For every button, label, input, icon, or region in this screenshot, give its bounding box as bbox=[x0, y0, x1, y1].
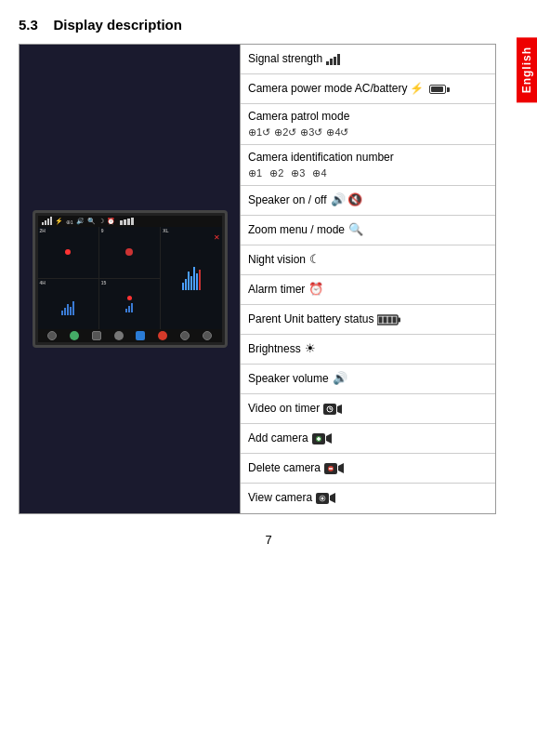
svg-point-27 bbox=[321, 497, 324, 500]
svg-marker-11 bbox=[337, 405, 342, 414]
view-camera-label: View camera bbox=[248, 491, 312, 506]
alarm-icon: ⏰ bbox=[308, 282, 323, 298]
add-camera-icon bbox=[312, 431, 333, 446]
zoom-status-icon: 🔍 bbox=[87, 218, 96, 225]
camera-cell-2: 9 bbox=[99, 227, 160, 278]
svg-rect-0 bbox=[326, 61, 329, 65]
svg-marker-16 bbox=[326, 433, 332, 444]
row-alarm-timer: Alarm timer ⏰ bbox=[241, 275, 495, 305]
brightness-icon: ☀ bbox=[305, 341, 316, 357]
battery-bars-icon bbox=[120, 218, 134, 225]
camera-cell-4: 4H bbox=[38, 279, 98, 330]
monitor-outer: ⚡ ⊕1 🔊 🔍 ☽ ⏰ bbox=[33, 210, 228, 348]
moon-icon: ☾ bbox=[309, 252, 321, 268]
id-icon-3: ⊕3 bbox=[291, 166, 305, 179]
row-battery-status: Parent Unit battery status bbox=[241, 305, 495, 335]
english-tab: English bbox=[517, 37, 537, 102]
speaker-volume-label: Speaker volume bbox=[248, 372, 329, 387]
svg-rect-2 bbox=[334, 57, 336, 65]
ctrl-btn-4 bbox=[114, 331, 124, 340]
ctrl-btn-5 bbox=[136, 331, 145, 340]
patrol-icon-1: ⊕1↺ bbox=[248, 126, 270, 139]
battery-status-label: Parent Unit battery status bbox=[248, 312, 373, 327]
speaker-on-icon: 🔊 bbox=[331, 192, 346, 208]
svg-marker-21 bbox=[338, 463, 344, 473]
monitor-bottom-controls bbox=[38, 329, 222, 342]
camera-cell-1: 2H bbox=[38, 227, 98, 278]
camera-id-label: Camera identification number bbox=[248, 151, 394, 166]
row-camera-power: Camera power mode AC/battery ⚡ bbox=[241, 74, 495, 104]
patrol-icon-3: ⊕3↺ bbox=[300, 126, 322, 139]
row-signal-strength: Signal strength bbox=[241, 45, 495, 74]
description-panel: Signal strength Camera power mode AC/bat… bbox=[241, 45, 495, 513]
page-number: 7 bbox=[19, 533, 518, 547]
id-icons-row: ⊕1 ⊕2 ⊕3 ⊕4 bbox=[248, 166, 394, 179]
row-night-vision: Night vision ☾ bbox=[241, 245, 495, 275]
row-camera-id: Camera identification number ⊕1 ⊕2 ⊕3 ⊕4 bbox=[241, 145, 495, 186]
svg-rect-7 bbox=[384, 316, 387, 323]
signal-icon bbox=[42, 218, 52, 225]
large-cam-bars bbox=[182, 267, 201, 290]
patrol-icon-2: ⊕2↺ bbox=[274, 126, 296, 139]
video-timer-label: Video on timer bbox=[248, 402, 320, 417]
alarm-timer-label: Alarm timer bbox=[248, 283, 305, 298]
row-speaker-volume: Speaker volume 🔊 bbox=[241, 365, 495, 394]
patrol-icons-row: ⊕1↺ ⊕2↺ ⊕3↺ ⊕4↺ bbox=[248, 126, 349, 139]
camera-power-label: Camera power mode AC/battery bbox=[248, 82, 407, 97]
cam-bars-4 bbox=[61, 292, 74, 315]
cell5-content bbox=[125, 296, 133, 312]
svg-rect-3 bbox=[337, 54, 340, 65]
zoom-icon: 🔍 bbox=[348, 222, 363, 238]
red-dot-5 bbox=[127, 296, 132, 300]
id-icon-2: ⊕2 bbox=[269, 166, 283, 179]
add-camera-label: Add camera bbox=[248, 431, 308, 446]
power-plug-icon: ⚡ bbox=[55, 218, 63, 225]
volume-icon: 🔊 bbox=[333, 371, 347, 387]
battery-full-icon bbox=[377, 314, 401, 325]
delete-camera-label: Delete camera bbox=[248, 461, 321, 476]
red-indicator-1 bbox=[65, 249, 71, 255]
signal-bars-icon bbox=[326, 54, 343, 65]
speaker-off-icon: 🔇 bbox=[347, 192, 362, 208]
brightness-label: Brightness bbox=[248, 342, 301, 357]
ctrl-btn-3 bbox=[92, 331, 101, 340]
alarm-status-icon: ⏰ bbox=[107, 218, 115, 225]
camera-grid: 2H 9 XL bbox=[38, 227, 222, 329]
row-camera-patrol: Camera patrol mode ⊕1↺ ⊕2↺ ⊕3↺ ⊕4↺ bbox=[241, 104, 495, 145]
plug-icon: ⚡ bbox=[410, 82, 424, 97]
zoom-label: Zoom menu / mode bbox=[248, 223, 345, 238]
row-zoom: Zoom menu / mode 🔍 bbox=[241, 216, 495, 245]
camera-patrol-label: Camera patrol mode bbox=[248, 110, 349, 125]
battery-icon-inline bbox=[427, 85, 446, 94]
red-indicator-2 bbox=[125, 248, 133, 256]
svg-rect-9 bbox=[393, 316, 397, 323]
row-brightness: Brightness ☀ bbox=[241, 335, 495, 365]
section-heading: Display description bbox=[54, 17, 182, 33]
view-camera-icon bbox=[316, 491, 336, 506]
row-speaker-onoff: Speaker on / off 🔊 🔇 bbox=[241, 186, 495, 216]
cam-num-icon: ⊕1 bbox=[66, 219, 73, 225]
svg-rect-5 bbox=[398, 317, 400, 322]
x-indicator: ✕ bbox=[214, 229, 220, 243]
ctrl-btn-6 bbox=[158, 331, 167, 340]
camera-cell-5: 15 bbox=[99, 279, 160, 330]
row-delete-camera: Delete camera bbox=[241, 454, 495, 484]
patrol-icon-4: ⊕4↺ bbox=[326, 126, 348, 139]
section-title: 5.3 Display description bbox=[19, 17, 518, 33]
ctrl-btn-7 bbox=[180, 331, 190, 340]
svg-rect-6 bbox=[379, 316, 383, 323]
svg-rect-1 bbox=[330, 59, 333, 65]
svg-rect-8 bbox=[388, 316, 392, 323]
night-vision-label: Night vision bbox=[248, 253, 306, 268]
ctrl-btn-8 bbox=[203, 331, 212, 340]
camera-large-cell: XL ✕ bbox=[161, 227, 221, 329]
signal-label: Signal strength bbox=[248, 52, 322, 67]
video-timer-icon bbox=[323, 403, 342, 416]
moon-status-icon: ☽ bbox=[98, 218, 104, 225]
id-icon-1: ⊕1 bbox=[248, 166, 262, 179]
monitor-display-panel: ⚡ ⊕1 🔊 🔍 ☽ ⏰ bbox=[20, 45, 241, 513]
svg-marker-25 bbox=[330, 493, 335, 503]
ctrl-btn-2 bbox=[70, 331, 79, 340]
speaker-onoff-label: Speaker on / off bbox=[248, 193, 327, 208]
row-view-camera: View camera bbox=[241, 484, 495, 513]
